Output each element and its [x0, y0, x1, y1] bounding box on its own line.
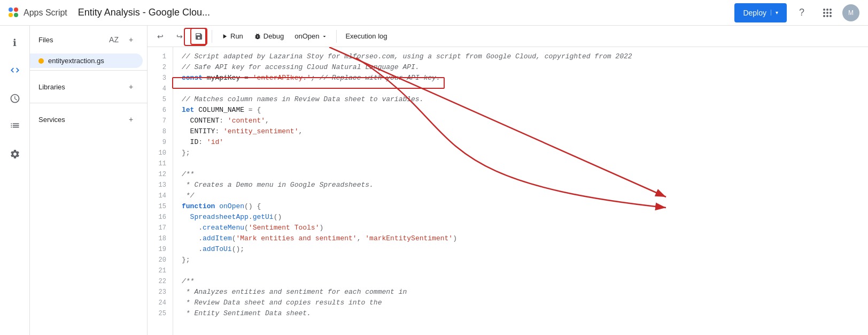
app-logo: Apps Script	[9, 7, 67, 18]
save-icon	[195, 32, 203, 41]
sidebar-icon-settings[interactable]	[2, 141, 28, 167]
code-line-8: ENTITY: 'entity_sentiment',	[182, 126, 859, 137]
undo-button[interactable]: ↩	[152, 28, 169, 45]
code-line-4	[182, 83, 859, 94]
help-button[interactable]: ?	[791, 2, 812, 24]
code-line-22: /**	[182, 276, 859, 287]
code-line-5: // Matches column names in Review Data s…	[182, 94, 859, 105]
sort-files-button[interactable]: AZ	[106, 32, 121, 47]
clock-icon	[10, 93, 20, 104]
gear-icon	[10, 149, 20, 159]
code-line-21	[182, 265, 859, 276]
code-line-2: // Safe API key for accessing Cloud Natu…	[182, 62, 859, 73]
code-editor[interactable]: 12345 678910 1112131415 1617181920 21222…	[148, 47, 868, 335]
apps-grid-button[interactable]	[817, 2, 838, 24]
code-line-1: // Script adapted by Lazarina Stoy for m…	[182, 51, 859, 62]
code-line-9: ID: 'id'	[182, 137, 859, 148]
panel-divider	[30, 70, 147, 71]
code-line-7: CONTENT: 'content',	[182, 116, 859, 126]
editor-container: ↩ ↪ Run Debug onOpen	[148, 26, 868, 335]
libraries-title: Libraries	[38, 83, 65, 91]
sidebar-icon-triggers[interactable]	[2, 86, 28, 111]
grid-icon	[823, 9, 832, 17]
file-name: entityextraction.gs	[48, 57, 104, 65]
files-section-header: Files AZ +	[30, 26, 147, 54]
toolbar-sep-2	[336, 30, 337, 43]
code-line-25: * Entity Sentiment Data sheet.	[182, 308, 859, 319]
code-line-3: const myApiKey = 'enterAPIkey.'; // Repl…	[182, 73, 859, 83]
sidebar-icon-info[interactable]: ℹ	[2, 30, 28, 56]
save-button[interactable]	[190, 28, 207, 45]
function-selector[interactable]: onOpen	[290, 28, 332, 45]
run-icon	[221, 33, 228, 40]
code-line-16: SpreadsheetApp.getUi()	[182, 212, 859, 223]
chevron-down-icon	[321, 33, 328, 40]
list-icon	[10, 121, 20, 132]
files-title: Files	[38, 36, 53, 44]
code-line-14: */	[182, 191, 859, 201]
file-item-entityextraction[interactable]: entityextraction.gs	[30, 54, 143, 68]
code-icon	[10, 65, 20, 76]
add-library-button[interactable]: +	[123, 79, 138, 94]
code-line-15: function onOpen() {	[182, 201, 859, 212]
avatar[interactable]: M	[842, 4, 859, 21]
editor-toolbar: ↩ ↪ Run Debug onOpen	[148, 26, 868, 47]
libraries-section-header: Libraries +	[30, 73, 147, 101]
code-line-17: .createMenu('Sentiment Tools')	[182, 223, 859, 233]
panel-divider-2	[30, 103, 147, 103]
google-logo-icon	[9, 7, 19, 18]
files-actions: AZ +	[106, 32, 138, 47]
topbar-actions: Deploy ▾ ? M	[734, 2, 859, 24]
debug-icon	[254, 33, 261, 40]
page-title: Entity Analysis - Google Clou...	[78, 7, 728, 18]
add-file-button[interactable]: +	[123, 32, 138, 47]
code-line-19: .addToUi();	[182, 244, 859, 255]
code-line-12: /**	[182, 169, 859, 180]
deploy-chevron-icon: ▾	[771, 10, 778, 16]
code-line-6: let COLUMN_NAME = {	[182, 105, 859, 116]
deploy-button[interactable]: Deploy ▾	[734, 3, 787, 22]
services-section-header: Services +	[30, 105, 147, 133]
code-line-11	[182, 158, 859, 169]
execution-log-button[interactable]: Execution log	[341, 28, 391, 45]
services-title: Services	[38, 116, 65, 124]
sidebar-icon-editor[interactable]	[2, 58, 28, 83]
line-numbers: 12345 678910 1112131415 1617181920 21222…	[148, 47, 173, 335]
code-line-23: * Analyzes entities and sentiment for ea…	[182, 287, 859, 298]
code-line-24: * Review Data sheet and copies results i…	[182, 298, 859, 308]
code-line-20: };	[182, 255, 859, 265]
run-button[interactable]: Run	[216, 28, 247, 45]
toolbar-sep	[212, 30, 212, 43]
app-name: Apps Script	[24, 8, 67, 18]
sidebar-icon-executions[interactable]	[2, 113, 28, 139]
code-lines: // Script adapted by Lazarina Stoy for m…	[173, 47, 868, 335]
file-type-dot	[38, 58, 44, 64]
debug-button[interactable]: Debug	[250, 28, 288, 45]
code-line-10: };	[182, 148, 859, 158]
file-panel: Files AZ + entityextraction.gs Libraries…	[30, 26, 148, 335]
add-service-button[interactable]: +	[123, 112, 138, 127]
code-content: 12345 678910 1112131415 1617181920 21222…	[148, 47, 868, 335]
icon-sidebar: ℹ	[0, 26, 30, 335]
code-line-18: .addItem('Mark entities and sentiment', …	[182, 233, 859, 244]
code-line-13: * Creates a Demo menu in Google Spreadsh…	[182, 180, 859, 191]
redo-button[interactable]: ↪	[171, 28, 188, 45]
